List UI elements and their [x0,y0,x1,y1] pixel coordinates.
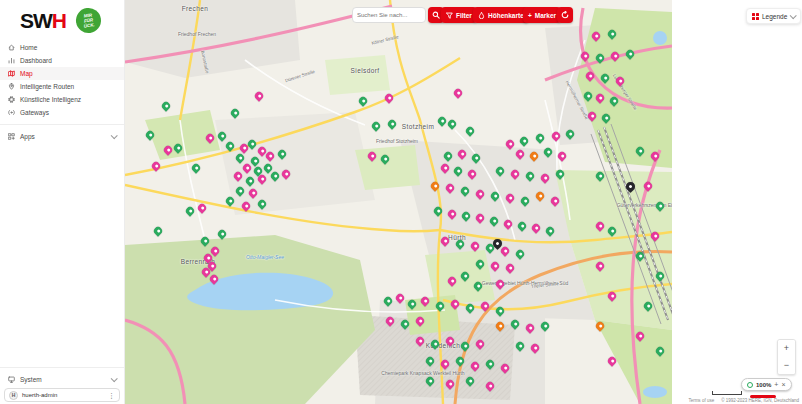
user-name: huerth-admin [22,392,57,398]
zoom-level-icon [747,382,753,388]
filter-button[interactable]: Filter [441,7,477,23]
dashboard-icon [8,57,15,64]
refresh-icon [561,11,569,19]
sidebar-item-home[interactable]: Home [0,41,124,54]
terms-of-use-link[interactable]: Terms of use [688,398,714,403]
zoom-percent: 100% [756,382,771,388]
apps-label: Apps [20,133,35,140]
sidebar-item-apps[interactable]: Apps [0,130,124,143]
refresh-button[interactable] [557,7,573,23]
copyright-text: © 1992-2023 HERE, IGN, Deutschland [721,398,799,403]
zoom-out-button[interactable]: − [778,357,795,374]
legend-button[interactable]: Legende [746,8,801,24]
sidebar-item-dashboard[interactable]: Dashboard [0,54,124,67]
routes-icon [8,83,15,90]
map-zoom-control: + − [777,339,796,375]
sidebar-item-label: Dashboard [20,57,52,64]
sidebar-item-system[interactable]: System [0,373,124,386]
zoom-popup-close-button[interactable]: × [781,381,785,388]
browser-zoom-popup: 100% + × [741,378,792,391]
sidebar-divider [0,367,124,368]
avatar: H [9,391,18,400]
sidebar-nav: HomeDashboardMapIntelligente RoutenKünst… [0,41,124,119]
sidebar-item-label: Gateways [20,109,49,116]
search-input[interactable] [352,7,426,23]
gateway-icon [8,109,15,116]
plus-icon: + [528,12,532,19]
sidebar-item-label: Home [20,44,37,51]
map-icon [8,70,15,77]
sidebar: SWH MIRFÜRÜCK. HomeDashboardMapIntellige… [0,0,125,404]
chevron-down-icon [790,12,797,19]
search-icon [432,11,440,19]
map-area[interactable]: FrechenSielsdorfStotzheimBerrenrathKende… [125,0,672,404]
chevron-down-icon [111,132,118,139]
logo-text: SWH [20,9,66,33]
chevron-down-icon [111,375,118,382]
sidebar-divider [0,124,124,125]
map-canvas[interactable] [125,0,672,404]
logo-badge: MIRFÜRÜCK. [74,6,102,34]
sidebar-item-map[interactable]: Map [0,67,124,80]
sidebar-item-k-nstliche-intelligenz[interactable]: Künstliche Intelligenz [0,93,124,106]
elevation-map-button[interactable]: Höhenkarte [473,7,529,23]
map-scale-bar [712,391,742,395]
filter-icon [446,12,453,19]
kebab-menu-icon[interactable]: ⋮ [108,392,115,399]
sidebar-item-label: Intelligente Routen [20,83,74,90]
right-panel: Legende + − 100% + × Terms of use © 1992… [672,0,802,404]
home-icon [8,44,15,51]
legend-grid-icon [752,13,759,20]
app-window: SWH MIRFÜRÜCK. HomeDashboardMapIntellige… [0,0,802,404]
ai-icon [8,96,15,103]
logo: SWH MIRFÜRÜCK. [0,3,124,39]
system-label: System [20,376,42,383]
monitor-icon [8,376,15,383]
zoom-in-button[interactable]: + [778,340,795,357]
zoom-popup-plus-button[interactable]: + [774,381,778,388]
sidebar-item-gateways[interactable]: Gateways [0,106,124,119]
map-attribution: Terms of use © 1992-2023 HERE, IGN, Deut… [688,398,799,403]
user-account[interactable]: H huerth-admin ⋮ [4,388,120,402]
sidebar-item-intelligente-routen[interactable]: Intelligente Routen [0,80,124,93]
droplet-icon [478,12,485,19]
add-marker-button[interactable]: + Marker [523,7,561,23]
apps-grid-icon [8,133,15,140]
sidebar-item-label: Künstliche Intelligenz [20,96,81,103]
sidebar-item-label: Map [20,70,33,77]
